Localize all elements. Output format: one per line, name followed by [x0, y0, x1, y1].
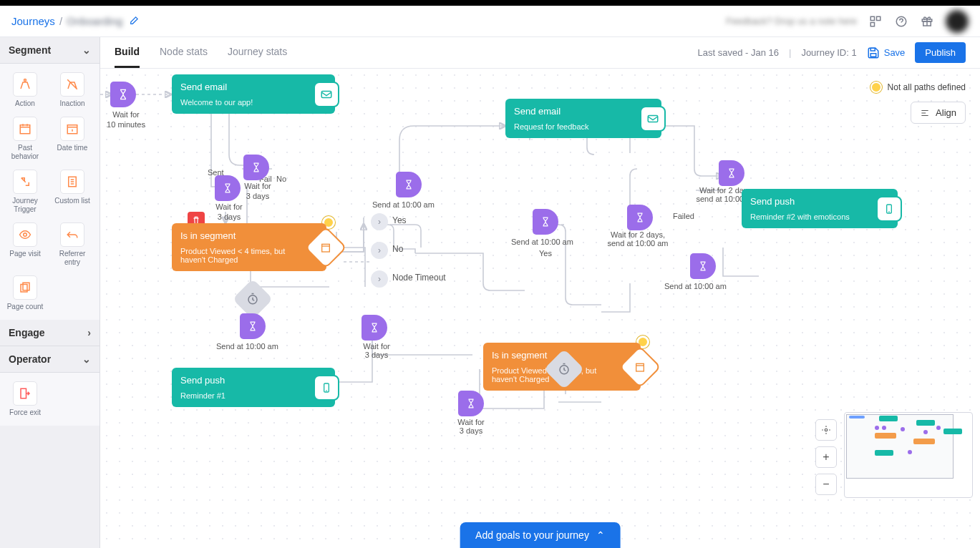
- recenter-button[interactable]: [815, 419, 837, 441]
- publish-button[interactable]: Publish: [915, 42, 966, 63]
- breadcrumb-sep: /: [59, 15, 62, 27]
- journey-canvas[interactable]: Wait for10 minutes Send email Welcome to…: [100, 69, 980, 548]
- zoom-in-button[interactable]: +: [815, 446, 837, 468]
- segment-items: Action Inaction Past behavior Date time …: [0, 64, 100, 320]
- node-send-10am-d[interactable]: [690, 253, 716, 279]
- svg-rect-1: [877, 16, 880, 20]
- palette-referrer-entry[interactable]: Referrer entry: [50, 220, 94, 270]
- chevron-down-icon: ⌄: [82, 44, 91, 56]
- align-button[interactable]: Align: [911, 102, 966, 124]
- editor-toolbar: Build Node stats Journey stats Last save…: [100, 37, 980, 69]
- node-clock-1[interactable]: [238, 285, 267, 313]
- palette-past-behavior[interactable]: Past behavior: [3, 114, 47, 164]
- send-10am-label-c: Send at 10:00 am: [511, 238, 573, 246]
- node-clock-2[interactable]: [550, 355, 578, 383]
- minimap[interactable]: [844, 412, 973, 498]
- tab-journey-stats[interactable]: Journey stats: [228, 37, 287, 68]
- wait-10min-label: Wait for10 minutes: [105, 110, 147, 130]
- feedback-link[interactable]: Feedback? Drop us a note here: [726, 16, 857, 26]
- svg-point-8: [24, 79, 26, 82]
- branch-yes-label: Yes: [392, 215, 407, 225]
- svg-rect-7: [870, 48, 875, 51]
- palette-date-time[interactable]: Date time: [50, 114, 94, 164]
- sidebar-section-engage[interactable]: Engage ›: [0, 320, 100, 346]
- avatar[interactable]: [946, 10, 969, 33]
- send-10am-label-b: Send at 10:00 am: [216, 342, 278, 351]
- palette-action[interactable]: Action: [3, 69, 47, 111]
- palette-page-count[interactable]: Page count: [3, 273, 47, 314]
- envelope-icon: [640, 106, 666, 132]
- paths-warning: Not all paths defined: [870, 82, 966, 93]
- palette-custom-list[interactable]: Custom list: [50, 167, 94, 217]
- svg-rect-0: [870, 16, 874, 20]
- mobile-icon: [876, 196, 902, 222]
- node-wait-10min[interactable]: Wait for10 minutes: [110, 82, 136, 107]
- journey-id-text: Journey ID: 1: [801, 47, 856, 58]
- tab-build[interactable]: Build: [115, 37, 140, 68]
- gift-icon[interactable]: [920, 14, 934, 29]
- mobile-icon: [314, 375, 339, 401]
- node-segment-1[interactable]: Is in segment Product Viewed < 4 times, …: [172, 223, 326, 271]
- save-button[interactable]: Save: [867, 47, 906, 59]
- breadcrumb-journey-name: Onboarding: [67, 15, 122, 27]
- node-palette-sidebar: Segment ⌄ Action Inaction Past behavior …: [0, 37, 100, 548]
- svg-rect-9: [20, 125, 30, 134]
- svg-rect-15: [21, 388, 26, 398]
- node-wait-3days-c[interactable]: [362, 315, 387, 341]
- add-goals-button[interactable]: Add goals to your journey ⌃: [460, 522, 621, 548]
- node-send-10am-c[interactable]: [533, 209, 558, 235]
- edit-name-icon[interactable]: [127, 15, 140, 28]
- breadcrumb: Journeys / Onboarding: [11, 15, 140, 28]
- node-wait-2days-b[interactable]: [719, 160, 744, 186]
- envelope-icon: [314, 82, 339, 107]
- node-email-feedback[interactable]: Send email Request for feedback: [505, 99, 661, 138]
- branch-no[interactable]: ›: [371, 242, 388, 259]
- svg-point-12: [24, 233, 27, 237]
- svg-point-24: [825, 429, 828, 431]
- chevron-down-icon: ⌄: [82, 353, 91, 365]
- palette-journey-trigger[interactable]: Journey Trigger: [3, 167, 47, 217]
- svg-rect-20: [648, 115, 658, 122]
- branch-yes[interactable]: ›: [371, 213, 388, 230]
- sidebar-section-segment[interactable]: Segment ⌄: [0, 37, 100, 64]
- help-icon[interactable]: [894, 14, 908, 29]
- sidebar-section-operator[interactable]: Operator ⌄: [0, 346, 100, 373]
- branch-timeout[interactable]: ›: [371, 270, 388, 288]
- branch-no-label: No: [392, 244, 403, 254]
- branch-timeout-label: Node Timeout: [392, 273, 446, 283]
- layout-icon[interactable]: [868, 14, 883, 29]
- chevron-right-icon: ›: [87, 327, 91, 338]
- node-push-reminder2[interactable]: Send push Reminder #2 with emoticons: [742, 189, 898, 228]
- zoom-controls: + −: [815, 419, 837, 495]
- zoom-out-button[interactable]: −: [815, 474, 837, 495]
- palette-force-exit[interactable]: Force exit: [3, 378, 47, 420]
- breadcrumb-root[interactable]: Journeys: [11, 15, 55, 27]
- chevron-up-icon: ⌃: [596, 529, 605, 541]
- node-send-10am-a[interactable]: [396, 172, 422, 197]
- warning-dot-icon: [870, 82, 882, 93]
- send-10am-label-a: Send at 10:00 am: [372, 200, 435, 209]
- tab-node-stats[interactable]: Node stats: [160, 37, 208, 68]
- app-header: Journeys / Onboarding Feedback? Drop us …: [0, 6, 980, 37]
- node-send-10am-b[interactable]: [240, 313, 266, 339]
- svg-rect-16: [321, 91, 331, 97]
- svg-rect-21: [636, 363, 644, 371]
- node-wait-3days-b[interactable]: Wait for3 days: [243, 155, 269, 180]
- palette-inaction[interactable]: Inaction: [50, 69, 94, 111]
- palette-page-visit[interactable]: Page visit: [3, 220, 47, 270]
- last-saved-text: Last saved - Jan 16: [698, 47, 779, 58]
- operator-items: Force exit: [0, 373, 100, 426]
- node-email-welcome[interactable]: Send email Welcome to our app!: [172, 74, 335, 114]
- svg-rect-17: [322, 244, 330, 252]
- node-wait-2days-a[interactable]: [627, 205, 653, 230]
- node-push-reminder1[interactable]: Send push Reminder #1: [172, 368, 335, 407]
- hourglass-icon: [110, 82, 136, 107]
- svg-rect-6: [870, 53, 876, 57]
- node-wait-3days-d[interactable]: [458, 391, 484, 416]
- segment-diamond-icon: [311, 233, 341, 263]
- svg-rect-2: [870, 22, 874, 26]
